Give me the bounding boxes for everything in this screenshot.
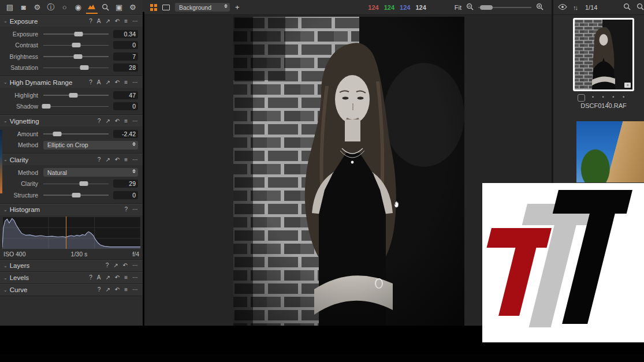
help-icon[interactable]: ? (89, 80, 92, 85)
brightness-value[interactable]: 7 (113, 53, 138, 61)
clarity-header[interactable]: ⌄ Clarity ? ↗ ↶ ≡ ⋯ (0, 154, 143, 165)
auto-icon[interactable]: A (97, 80, 101, 85)
slider-handle[interactable] (42, 104, 50, 109)
shadow-value[interactable]: 0 (113, 102, 138, 110)
saturation-value[interactable]: 28 (113, 64, 138, 72)
slider-handle[interactable] (72, 43, 80, 47)
tab-settings-icon[interactable]: ⚙ (31, 1, 43, 14)
presets-icon[interactable]: ≡ (124, 275, 128, 281)
photo-preview[interactable] (233, 17, 464, 326)
clarity-value[interactable]: 29 (113, 180, 138, 188)
vignetting-header[interactable]: ⌄ Vignetting ? ↗ ↶ ≡ ⋯ (0, 115, 143, 126)
exposure-value[interactable]: 0.34 (113, 30, 138, 38)
reset-icon[interactable]: ↶ (115, 118, 120, 124)
copy-adjustments-icon[interactable]: ↗ (105, 80, 110, 85)
highlight-value[interactable]: 47 (113, 91, 138, 99)
disclosure-icon[interactable]: ⌄ (3, 275, 8, 281)
shadow-slider[interactable] (43, 103, 109, 109)
copy-adjustments-icon[interactable]: ↗ (105, 18, 110, 24)
more-icon[interactable]: ⋯ (132, 287, 138, 293)
slider-handle[interactable] (69, 93, 77, 98)
zoom-out-icon[interactable] (466, 3, 474, 12)
reset-icon[interactable]: ↶ (115, 275, 120, 281)
zoom-slider[interactable] (478, 5, 531, 10)
disclosure-icon[interactable]: ⌄ (3, 157, 8, 162)
slider-handle[interactable] (80, 65, 89, 70)
exposure-header[interactable]: ⌄ Exposure ? A ↗ ↶ ≡ ⋯ (0, 16, 143, 27)
help-icon[interactable]: ? (124, 207, 128, 212)
copy-adjustments-icon[interactable]: ↗ (105, 118, 110, 124)
copy-adjustments-icon[interactable]: ↗ (105, 157, 110, 163)
contrast-value[interactable]: 0 (113, 41, 138, 49)
copy-adjustments-icon[interactable]: ↗ (113, 263, 118, 268)
search-icon[interactable] (623, 3, 631, 12)
thumbnail-selected[interactable]: ≡ (573, 18, 634, 91)
tab-capture-icon[interactable]: ◙ (18, 1, 29, 14)
thumbnail-2[interactable] (576, 121, 644, 182)
layers-header[interactable]: ⌄ Layers ? ↗ ↶ ⋯ (0, 260, 143, 271)
background-select[interactable]: Background (175, 3, 230, 12)
slider-handle[interactable] (75, 32, 83, 36)
clarity-slider[interactable] (43, 181, 109, 186)
clarity-method-select[interactable]: Natural (43, 168, 138, 177)
copy-adjustments-icon[interactable]: ↗ (105, 287, 110, 293)
disclosure-icon[interactable]: ⌄ (3, 288, 8, 293)
pick-checkbox[interactable] (578, 94, 585, 102)
zoom-in-icon[interactable] (536, 3, 544, 12)
help-icon[interactable]: ? (98, 287, 101, 293)
levels-header[interactable]: ⌄ Levels ? A ↗ ↶ ≡ ⋯ (0, 273, 143, 283)
slider-handle[interactable] (53, 132, 61, 136)
saturation-slider[interactable] (43, 65, 109, 70)
vignette-method-select[interactable]: Elliptic on Crop (43, 141, 138, 150)
exposure-slider[interactable] (43, 31, 109, 37)
disclosure-icon[interactable]: ⌄ (3, 18, 8, 24)
auto-icon[interactable]: A (97, 275, 101, 281)
vignette-amount-value[interactable]: -2.42 (113, 130, 138, 138)
slider-handle[interactable] (73, 54, 82, 59)
copy-adjustments-icon[interactable]: ↗ (105, 275, 110, 281)
more-icon[interactable]: ⋯ (132, 118, 138, 124)
reset-icon[interactable]: ↶ (123, 263, 128, 268)
more-icon[interactable]: ⋯ (132, 157, 138, 163)
zoom-slider-handle[interactable] (480, 5, 493, 10)
disclosure-icon[interactable]: ⌄ (3, 207, 8, 212)
more-icon[interactable]: ⋯ (132, 18, 138, 24)
presets-icon[interactable]: ≡ (124, 287, 128, 293)
multi-view-icon[interactable] (150, 4, 157, 11)
tab-library-icon[interactable]: ▤ (4, 1, 16, 14)
structure-value[interactable]: 0 (113, 191, 138, 199)
disclosure-icon[interactable]: ⌄ (3, 263, 8, 268)
slider-handle[interactable] (72, 193, 80, 197)
disclosure-icon[interactable]: ⌄ (3, 80, 8, 85)
more-icon[interactable]: ⋯ (132, 207, 138, 212)
more-icon[interactable]: ⋯ (132, 275, 138, 281)
reset-icon[interactable]: ↶ (115, 80, 120, 85)
single-view-icon[interactable] (162, 5, 170, 10)
highlight-slider[interactable] (43, 92, 109, 98)
vignette-amount-slider[interactable] (43, 131, 109, 137)
curve-header[interactable]: ⌄ Curve ? ↗ ↶ ≡ ⋯ (0, 285, 143, 296)
eye-icon[interactable] (558, 4, 567, 11)
brightness-slider[interactable] (43, 54, 109, 59)
slider-handle[interactable] (80, 181, 88, 186)
help-icon[interactable]: ? (89, 18, 92, 24)
tab-exposure-icon[interactable] (86, 1, 98, 14)
pick-color-icon[interactable]: + (235, 3, 240, 12)
more-icon[interactable]: ⋯ (132, 263, 138, 268)
help-icon[interactable]: ? (89, 275, 92, 281)
filter-icon[interactable] (636, 3, 644, 12)
tab-adjustments-icon[interactable]: ▣ (113, 1, 125, 14)
sort-icon[interactable]: ↑↓ (573, 4, 577, 11)
auto-icon[interactable]: A (97, 18, 101, 24)
presets-icon[interactable]: ≡ (124, 118, 128, 124)
presets-icon[interactable]: ≡ (124, 18, 128, 24)
presets-icon[interactable]: ≡ (124, 157, 128, 163)
reset-icon[interactable]: ↶ (115, 18, 120, 24)
disclosure-icon[interactable]: ⌄ (3, 118, 8, 124)
help-icon[interactable]: ? (98, 118, 101, 124)
hdr-header[interactable]: ⌄ High Dynamic Range ? A ↗ ↶ ≡ ⋯ (0, 77, 143, 88)
tab-info-icon[interactable]: ⓘ (45, 1, 57, 14)
structure-slider[interactable] (43, 192, 109, 198)
tab-details-icon[interactable] (100, 1, 111, 14)
presets-icon[interactable]: ≡ (124, 80, 128, 85)
